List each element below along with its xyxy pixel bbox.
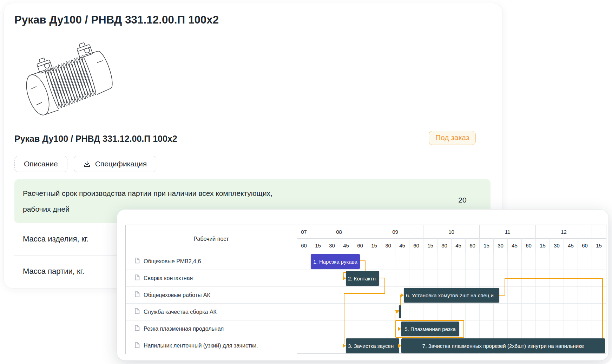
gantt-minute-label: 15 xyxy=(423,238,437,253)
gantt-hour-label: 07 xyxy=(297,225,311,238)
gantt-row: Общецеховые работы АК xyxy=(126,287,606,304)
gantt-hour-label: 08 xyxy=(311,225,367,238)
gantt-corner-header: Рабочий пост xyxy=(126,225,297,253)
gantt-minute-label: 15 xyxy=(480,238,494,253)
gantt-task-label: 5. Плазменная резка xyxy=(404,326,456,332)
info-row-label: Масса партии, кг. xyxy=(23,267,84,276)
gantt-minute-label: 15 xyxy=(592,238,606,253)
gantt-minute-label: 30 xyxy=(550,238,564,253)
gantt-row-label: Резка плазменная продольная xyxy=(126,320,297,337)
gantt-task-label: 3. Зачистка заусен xyxy=(348,343,394,349)
gantt-minute-label: 60 xyxy=(409,238,423,253)
document-icon xyxy=(135,308,140,316)
gantt-task-bar[interactable]: 1. Нарезка рукава xyxy=(311,254,360,269)
gantt-hours-row: 070809101112 xyxy=(297,225,606,239)
document-icon xyxy=(135,291,140,299)
tab-description-label: Описание xyxy=(24,160,58,168)
gantt-minute-label: 45 xyxy=(395,238,409,253)
tab-specification[interactable]: Спецификация xyxy=(74,156,156,172)
gantt-task-bar[interactable]: 5. Плазменная резка xyxy=(401,322,459,336)
page-title: Рукав Ду100 / РНВД 331.12.00.П 100x2 xyxy=(14,14,219,26)
gantt-row-label: Напильник ленточный (узкий) для зачистки… xyxy=(126,337,297,354)
status-badge: Под заказ xyxy=(429,131,476,145)
gantt-row-label-text: Общеховые РМВ2,4,6 xyxy=(144,258,201,265)
gantt-row-label-text: Резка плазменная продольная xyxy=(144,326,224,332)
gantt-row-label-text: Служба качества сборка АК xyxy=(144,309,217,315)
gantt-row-label: Сварка контактная xyxy=(126,270,297,286)
document-icon xyxy=(135,274,140,282)
gantt-task-bar[interactable]: 3. Зачистка заусен xyxy=(346,338,399,353)
gantt-minute-label: 60 xyxy=(578,238,592,253)
gantt-minutes-row: 6015304560153045601530456015304560153045… xyxy=(297,238,606,253)
gantt-minute-label: 60 xyxy=(466,238,480,253)
info-row-label: Масса изделия, кг. xyxy=(23,234,89,244)
gantt-task-label: 6. Установка хомутов 2шт на спец.и xyxy=(406,292,494,298)
gantt-minute-label: 45 xyxy=(564,238,578,253)
gantt-row-label: Служба качества сборка АК xyxy=(126,304,297,320)
gantt-hour-label xyxy=(592,225,606,238)
hose-drawing-icon xyxy=(19,38,120,124)
gantt-task-label: 2. Контактн xyxy=(348,276,376,282)
gantt-minute-label: 30 xyxy=(494,238,508,253)
gantt-row-cells xyxy=(297,270,606,286)
document-icon xyxy=(135,342,140,350)
lead-time-value: 20 xyxy=(448,196,476,204)
gantt-minute-label: 45 xyxy=(452,238,466,253)
tabs: Описание Спецификация xyxy=(14,156,156,172)
gantt-row: Общеховые РМВ2,4,6 xyxy=(126,253,606,270)
gantt-row-label-text: Общецеховые работы АК xyxy=(144,292,210,298)
gantt-minute-label: 30 xyxy=(325,238,339,253)
gantt-minute-label: 30 xyxy=(437,238,452,253)
gantt-minute-label: 60 xyxy=(353,238,367,253)
gantt-row-label-text: Напильник ленточный (узкий) для зачистки… xyxy=(144,343,258,349)
gantt-task-label: 1. Нарезка рукава xyxy=(313,259,357,265)
gantt-minute-label: 15 xyxy=(536,238,550,253)
gantt-minute-label: 15 xyxy=(367,238,381,253)
gantt-hour-label: 09 xyxy=(367,225,423,238)
page: Рукав Ду100 / РНВД 331.12.00.П 100x2 xyxy=(0,0,612,364)
gantt-hour-label: 12 xyxy=(536,225,592,238)
tab-specification-label: Спецификация xyxy=(95,160,147,168)
gantt-hour-label: 10 xyxy=(423,225,480,238)
gantt-minute-label: 60 xyxy=(522,238,536,253)
document-icon xyxy=(135,325,140,332)
clamp-icon xyxy=(36,57,53,73)
clamp-icon xyxy=(76,41,93,58)
product-subtitle: Рукав Ду100 / РНВД 331.12.00.П 100x2 xyxy=(14,134,177,144)
document-icon xyxy=(135,258,140,265)
download-icon xyxy=(83,160,91,168)
gantt-row-label: Общеховые РМВ2,4,6 xyxy=(126,253,297,270)
gantt-task-bar[interactable]: 6. Установка хомутов 2шт на спец.и xyxy=(404,288,499,303)
gantt-task-bar[interactable]: 2. Контактн xyxy=(346,271,379,286)
gantt-row-label: Общецеховые работы АК xyxy=(126,287,297,303)
gantt-minute-label: 60 xyxy=(297,238,311,253)
gantt-minute-label: 30 xyxy=(381,238,395,253)
gantt-task-label: 7. Зачистка плазменных прорезей (2х6шт) … xyxy=(422,343,584,349)
gantt-row-cells xyxy=(297,304,606,320)
gantt-task-bar[interactable] xyxy=(399,305,401,318)
gantt-minute-label: 45 xyxy=(508,238,522,253)
gantt-row-label-text: Сварка контактная xyxy=(144,275,193,282)
gantt-panel: Рабочий пост 070809101112 60153045601530… xyxy=(117,210,608,360)
gantt-task-bar[interactable]: 7. Зачистка плазменных прорезей (2х6шт) … xyxy=(401,338,605,353)
tab-description[interactable]: Описание xyxy=(14,156,67,172)
gantt-row: Резка плазменная продольная xyxy=(126,320,606,337)
gantt-minute-label: 45 xyxy=(339,238,353,253)
gantt-table: Рабочий пост 070809101112 60153045601530… xyxy=(125,225,606,354)
gantt-row: Служба качества сборка АК xyxy=(126,304,606,320)
product-image xyxy=(19,38,120,124)
gantt-minute-label: 15 xyxy=(311,238,325,253)
gantt-hour-label: 11 xyxy=(480,225,536,238)
